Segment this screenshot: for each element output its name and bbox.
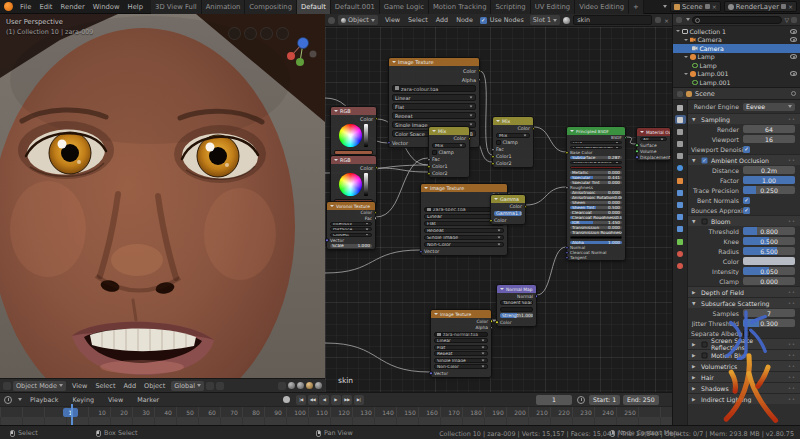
properties-tab-particles[interactable]	[675, 201, 686, 210]
collapse-icon[interactable]	[392, 61, 396, 63]
collapse-icon[interactable]	[640, 131, 644, 133]
node-slider[interactable]: Strength1.000	[500, 313, 533, 318]
panel-checkbox[interactable]: ✓	[702, 157, 708, 163]
prev-keyframe-button[interactable]: ◀◀	[308, 395, 318, 405]
input-socket[interactable]	[635, 149, 639, 153]
node-dropdown[interactable]: Tangent Space	[500, 300, 533, 305]
node-gamma[interactable]: GammaColorGamma1.000Color	[490, 194, 526, 225]
node-slider[interactable]: Metallic0.000	[570, 171, 622, 175]
properties-tab-view-layer[interactable]	[675, 140, 686, 149]
slot-dropdown[interactable]: Slot 1	[530, 15, 560, 25]
collapse-icon[interactable]	[496, 120, 500, 122]
prop-field[interactable]: 0.2m	[743, 166, 795, 174]
panel-header-sampling[interactable]: ▼Sampling••	[688, 113, 800, 124]
collapse-icon[interactable]	[330, 205, 334, 207]
panel-header-depth-of-field[interactable]: ▶Depth of Field••	[688, 286, 800, 297]
input-socket[interactable]	[635, 155, 639, 159]
uv-map-field[interactable]	[500, 307, 533, 312]
outliner-row-collection-1[interactable]: Collection 1	[673, 27, 800, 36]
snap-magnet-icon[interactable]	[206, 382, 214, 390]
node-dropdown[interactable]: Repeat	[392, 112, 476, 119]
shader-menu-view[interactable]: View	[381, 16, 404, 24]
input-socket[interactable]	[565, 186, 569, 190]
rendered-shading-icon[interactable]	[315, 382, 322, 389]
node-row-scale[interactable]: Scale1.000	[327, 243, 375, 249]
menu-window[interactable]: Window	[89, 3, 124, 11]
node-dropdown[interactable]: Subsurface Radius	[570, 161, 622, 165]
node-mix-1[interactable]: MixColorMixClampFacColor1Color2	[428, 126, 470, 178]
use-preview-range-icon[interactable]	[577, 396, 585, 404]
menu-render[interactable]: Render	[57, 3, 89, 11]
output-socket[interactable]	[468, 137, 472, 141]
node-slider[interactable]: Sheen Tint0.500	[570, 206, 622, 210]
timeline-menu-playback[interactable]: Playback	[26, 396, 63, 404]
current-frame-field[interactable]: 1	[536, 395, 572, 405]
node-slider[interactable]: Sheen0.000	[570, 201, 622, 205]
workspace-tab-uv-editing[interactable]: UV Editing	[531, 0, 575, 14]
properties-tab-render[interactable]	[675, 115, 686, 124]
node-dropdown[interactable]: Distance	[330, 227, 372, 231]
input-socket[interactable]	[565, 256, 569, 260]
properties-tab-modifiers[interactable]	[675, 188, 686, 197]
visibility-eye-icon[interactable]	[790, 29, 797, 34]
output-socket[interactable]	[374, 211, 378, 215]
display-mode-icon[interactable]	[676, 17, 682, 23]
node-row-zara-colour-tga[interactable]: zara-colour.tga	[389, 84, 479, 93]
panel-checkbox[interactable]	[702, 352, 708, 358]
node-slider[interactable]: Anisotropic Rotation0.000	[570, 196, 622, 200]
prop-slider[interactable]: 0.050	[743, 267, 795, 275]
viewport-menu-select[interactable]: Select	[91, 382, 119, 390]
properties-tab-object-data[interactable]	[675, 237, 686, 246]
outliner-row-lamp-001[interactable]: Lamp.001	[673, 70, 800, 79]
input-socket[interactable]	[429, 372, 433, 376]
value-slider[interactable]	[364, 173, 368, 196]
visibility-eye-icon[interactable]	[790, 37, 797, 42]
input-socket[interactable]	[565, 151, 569, 155]
input-socket[interactable]	[565, 251, 569, 255]
menu-help[interactable]: Help	[124, 3, 148, 11]
input-socket[interactable]	[419, 250, 423, 254]
node-slider[interactable]: IOR1.450	[570, 221, 622, 225]
prop-checkbox[interactable]: ✓	[743, 197, 750, 204]
output-socket[interactable]	[524, 205, 528, 209]
color-swatch[interactable]	[570, 236, 622, 240]
value-slider[interactable]	[364, 124, 368, 147]
node-row-single-image[interactable]: Single Image	[421, 234, 507, 241]
material-shading-icon[interactable]	[306, 382, 313, 389]
node-row-clamp[interactable]: Clamp	[429, 149, 469, 156]
shader-menu-add[interactable]: Add	[432, 16, 452, 24]
panel-header-volumetrics[interactable]: ▶Volumetrics••	[688, 360, 800, 371]
panel-header-hair[interactable]: ▶Hair••	[688, 371, 800, 382]
output-socket[interactable]	[478, 78, 482, 82]
output-socket[interactable]	[478, 69, 482, 73]
node-slider[interactable]: Subsurface0.287	[570, 156, 622, 160]
node-dropdown[interactable]: Non-Color	[434, 364, 488, 369]
collapse-icon[interactable]	[500, 288, 504, 290]
node-material-output[interactable]: Material OutputAllSurfaceVolumeDisplacem…	[636, 127, 671, 161]
node-header[interactable]: RGB	[331, 156, 376, 164]
panel-checkbox[interactable]	[702, 218, 708, 224]
node-dropdown[interactable]: Closest	[330, 233, 372, 237]
view-layer-selector[interactable]: RenderLayer ×	[724, 1, 797, 12]
zoom-gadget-icon[interactable]	[228, 27, 241, 40]
expand-icon[interactable]	[684, 56, 688, 58]
collapse-icon[interactable]	[570, 130, 574, 132]
node-slider[interactable]: Alpha1.000	[570, 241, 622, 245]
node-header[interactable]: Principled BSDF	[567, 127, 625, 135]
image-file-field[interactable]: zara-colour.tga	[392, 85, 476, 92]
play-reverse-button[interactable]: ◀	[319, 395, 329, 405]
node-dropdown[interactable]: Repeat	[434, 351, 488, 356]
node-header[interactable]: Image Texture	[421, 184, 507, 192]
prop-slider[interactable]: 0.500	[743, 237, 795, 245]
viewport-menu-add[interactable]: Add	[119, 382, 140, 390]
render-engine-dropdown[interactable]: Eevee	[743, 103, 795, 111]
editor-type-icon[interactable]	[328, 17, 335, 24]
navigation-gizmo[interactable]	[283, 26, 319, 68]
jump-end-button[interactable]: ▶|	[354, 395, 364, 405]
expand-icon[interactable]	[684, 73, 688, 75]
node-canvas[interactable]: skin Image TextureColorAlphazara-colour.…	[325, 27, 672, 392]
prop-field[interactable]: 16	[743, 135, 795, 143]
menu-file[interactable]: File	[16, 3, 35, 11]
outliner-row-lamp-001[interactable]: Lamp.001	[673, 78, 800, 87]
input-socket[interactable]	[427, 172, 431, 176]
